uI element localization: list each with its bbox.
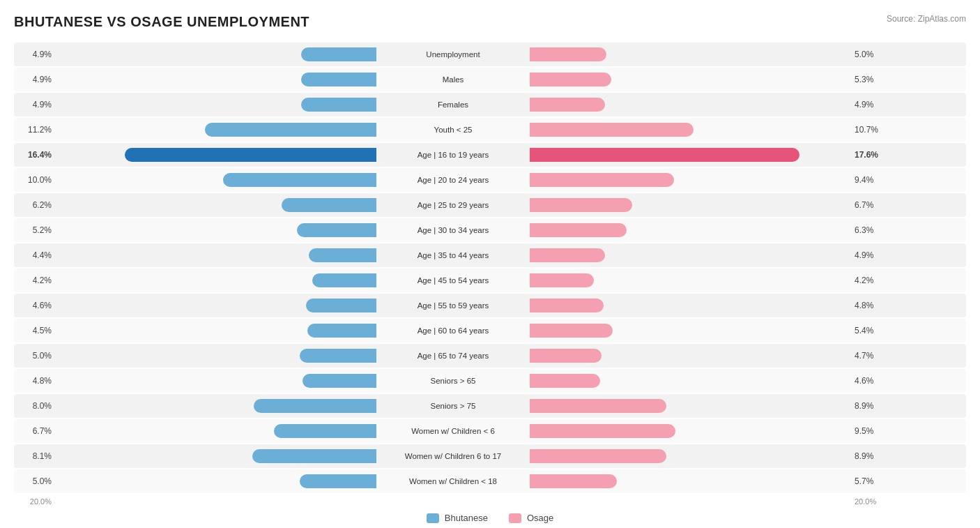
left-bar-wrap: [56, 98, 376, 112]
bar-row: 4.8% Seniors > 65 4.6%: [14, 369, 966, 393]
bar-row: 4.9% Males 5.3%: [14, 68, 966, 91]
row-label: Females: [376, 100, 530, 109]
left-bar: [282, 198, 376, 212]
row-label: Age | 20 to 24 years: [376, 176, 530, 184]
left-value: 4.5%: [14, 326, 56, 335]
left-bar-wrap: [56, 399, 376, 413]
bhutanese-label: Bhutanese: [445, 513, 488, 523]
right-bar-wrap: [530, 399, 850, 413]
left-bar-wrap: [56, 73, 376, 86]
left-bar-wrap: [56, 374, 376, 388]
bar-row: 4.2% Age | 45 to 54 years 4.2%: [14, 269, 966, 292]
left-value: 8.0%: [14, 401, 56, 411]
left-value: 4.9%: [14, 75, 56, 84]
left-bar: [274, 424, 376, 438]
left-bar: [301, 47, 376, 61]
row-label: Males: [376, 75, 530, 84]
left-bar: [125, 148, 376, 162]
osage-label: Osage: [527, 513, 553, 523]
right-bar-wrap: [530, 73, 850, 86]
right-value: 4.9%: [850, 100, 892, 110]
left-bar: [205, 123, 376, 137]
right-bar-wrap: [530, 47, 850, 61]
row-label: Youth < 25: [376, 126, 530, 134]
right-bar-wrap: [530, 449, 850, 463]
right-bar: [530, 273, 594, 287]
left-value: 4.9%: [14, 100, 56, 110]
right-value: 10.7%: [850, 125, 892, 135]
right-value: 6.7%: [850, 200, 892, 210]
bar-row: 10.0% Age | 20 to 24 years 9.4%: [14, 168, 966, 192]
left-bar: [307, 324, 376, 338]
left-value: 4.4%: [14, 250, 56, 260]
bhutanese-color-swatch: [427, 513, 439, 523]
left-bar-wrap: [56, 148, 376, 162]
right-value: 6.3%: [850, 225, 892, 235]
legend-osage: Osage: [509, 513, 553, 523]
right-value: 5.4%: [850, 326, 892, 335]
chart-area: 4.9% Unemployment 5.0% 4.9% Males 5.3% 4…: [14, 43, 966, 493]
right-value: 4.9%: [850, 250, 892, 260]
left-bar: [306, 299, 376, 312]
bar-row: 5.2% Age | 30 to 34 years 6.3%: [14, 218, 966, 242]
right-bar: [530, 324, 613, 338]
row-label: Age | 60 to 64 years: [376, 326, 530, 335]
right-value: 9.5%: [850, 426, 892, 436]
right-bar: [530, 474, 617, 488]
right-bar: [530, 98, 605, 112]
left-bar-wrap: [56, 173, 376, 187]
row-label: Age | 30 to 34 years: [376, 226, 530, 234]
right-value: 4.2%: [850, 276, 892, 285]
right-bar: [530, 349, 602, 363]
right-bar: [530, 73, 611, 86]
right-bar: [530, 248, 605, 262]
left-bar: [300, 349, 376, 363]
left-bar-wrap: [56, 248, 376, 262]
row-label: Age | 55 to 59 years: [376, 301, 530, 310]
left-bar-wrap: [56, 223, 376, 237]
left-bar: [297, 223, 376, 237]
row-label: Women w/ Children < 18: [376, 477, 530, 485]
chart-title: BHUTANESE VS OSAGE UNEMPLOYMENT: [14, 14, 309, 30]
left-value: 8.1%: [14, 451, 56, 461]
right-bar-wrap: [530, 98, 850, 112]
bar-row: 4.6% Age | 55 to 59 years 4.8%: [14, 294, 966, 317]
right-value: 5.3%: [850, 75, 892, 84]
row-label: Seniors > 65: [376, 377, 530, 385]
right-value: 5.7%: [850, 476, 892, 486]
left-value: 5.0%: [14, 351, 56, 361]
legend-bhutanese: Bhutanese: [427, 513, 488, 523]
right-bar-wrap: [530, 173, 850, 187]
right-bar-wrap: [530, 123, 850, 137]
bar-row: 8.0% Seniors > 75 8.9%: [14, 394, 966, 418]
left-value: 4.9%: [14, 50, 56, 59]
right-bar: [530, 449, 666, 463]
left-bar: [303, 374, 376, 388]
row-label: Age | 45 to 54 years: [376, 276, 530, 285]
right-bar: [530, 198, 632, 212]
left-bar: [312, 273, 376, 287]
row-label: Unemployment: [376, 50, 530, 59]
left-bar-wrap: [56, 349, 376, 363]
row-label: Age | 16 to 19 years: [376, 151, 530, 159]
right-bar-wrap: [530, 273, 850, 287]
axis-right-label: 20.0%: [850, 497, 892, 506]
left-bar-wrap: [56, 424, 376, 438]
right-value: 4.8%: [850, 301, 892, 310]
right-value: 4.7%: [850, 351, 892, 361]
left-value: 5.0%: [14, 476, 56, 486]
row-label: Age | 35 to 44 years: [376, 251, 530, 259]
chart-source: Source: ZipAtlas.com: [887, 14, 966, 24]
legend: Bhutanese Osage: [14, 513, 966, 523]
axis-left-label: 20.0%: [14, 497, 56, 506]
left-bar-wrap: [56, 273, 376, 287]
right-bar-wrap: [530, 248, 850, 262]
row-label: Women w/ Children < 6: [376, 427, 530, 435]
left-value: 10.0%: [14, 175, 56, 185]
left-value: 16.4%: [14, 150, 56, 160]
right-value: 9.4%: [850, 175, 892, 185]
left-value: 11.2%: [14, 125, 56, 135]
left-bar: [223, 173, 376, 187]
right-bar: [530, 123, 694, 137]
bar-row: 8.1% Women w/ Children 6 to 17 8.9%: [14, 444, 966, 468]
